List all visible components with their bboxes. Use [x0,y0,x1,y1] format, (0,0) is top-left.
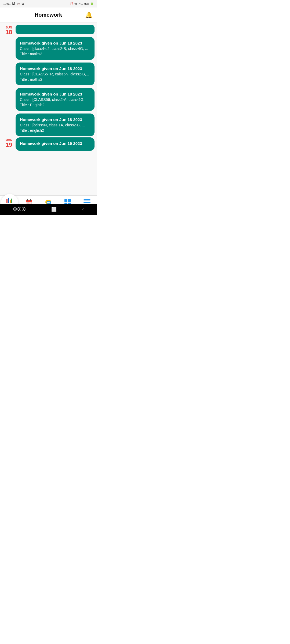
svg-rect-25 [84,202,90,203]
svg-rect-0 [6,199,8,203]
hw-date-3: Homework given on Jun 18 2023 [20,92,90,96]
svg-rect-11 [31,203,32,203]
image-icon: 🖼 [21,2,24,5]
hw-date-1: Homework given on Jun 18 2023 [20,41,90,45]
homework-card-5[interactable]: Homework given on Jun 19 2023 [16,137,95,151]
svg-rect-3 [11,199,12,203]
svg-rect-5 [26,200,32,202]
homework-card-partial-top[interactable] [16,25,95,34]
status-bar: 10:01 M 👓 🖼 ⏰ Vo) 4G 55% 🔋 [0,0,97,8]
bell-icon[interactable]: 🔔 [85,12,92,19]
header: Homework 🔔 [0,8,97,23]
gmail-icon: M [12,2,15,6]
hw-date-2: Homework given on Jun 18 2023 [20,66,90,71]
svg-rect-20 [64,199,67,202]
homework-card-4[interactable]: Homework given on Jun 18 2023 Class : [c… [16,114,95,136]
hw-date-5: Homework given on Jun 19 2023 [20,141,90,146]
time-display: 10:01 [3,2,11,5]
glasses-icon: 👓 [17,2,20,5]
hw-title-2: Title : maths2 [20,77,90,82]
system-nav-bar: ⦿⦿⦿ ⬜ ‹ [0,204,97,215]
homework-card-3[interactable]: Homework given on Jun 18 2023 Class : [C… [16,88,95,111]
svg-rect-10 [30,203,30,203]
cards-mon19: Homework given on Jun 19 2023 [16,137,95,151]
svg-rect-6 [27,199,28,201]
homework-card-1[interactable]: Homework given on Jun 18 2023 Class : [c… [16,37,95,60]
hw-title-4: Title : english2 [20,128,90,133]
svg-rect-8 [27,203,28,203]
back-button[interactable]: ‹ [82,207,84,212]
date-label-sun18: SUN 18 [2,25,16,35]
svg-rect-7 [30,199,31,201]
hw-date-4: Homework given on Jun 18 2023 [20,117,90,122]
home-button[interactable]: ⬜ [51,207,57,212]
date-label-mon19: MON 19 [2,137,16,148]
svg-point-19 [49,202,50,203]
svg-rect-24 [84,199,90,200]
battery-display: 55% [84,2,89,5]
battery-icon: 🔋 [90,2,93,5]
hw-title-1: Title : maths3 [20,52,90,56]
signal-text: Vo) 4G [74,2,83,5]
hw-class-1: Class : [class4-d2, class2-B, class-4G, … [20,46,90,51]
section-sun-18: SUN 18 Homework given on Jun 18 2023 Cla… [0,25,97,136]
homework-card-2[interactable]: Homework given on Jun 18 2023 Class : [C… [16,63,95,85]
hw-class-4: Class : [calss5N, class 1A, class2-B, ..… [20,123,90,127]
hw-class-2: Class : [CLASS5TR, calss5N, class2-B,... [20,72,90,76]
svg-rect-21 [68,199,71,202]
page-title: Homework [35,12,62,18]
svg-point-18 [48,202,49,203]
cards-sun18: Homework given on Jun 18 2023 Class : [c… [16,25,95,136]
study-icon [6,197,13,204]
day-num-18: 18 [2,29,16,35]
status-bar-right: ⏰ Vo) 4G 55% 🔋 [70,2,93,5]
svg-rect-9 [28,203,29,203]
section-mon-19: MON 19 Homework given on Jun 19 2023 [0,137,97,151]
hw-title-3: Title : English2 [20,103,90,107]
svg-rect-1 [8,198,9,203]
main-content: SUN 18 Homework given on Jun 18 2023 Cla… [0,23,97,195]
hw-class-3: Class : [CLASS56, class2-A, class-4G, ..… [20,97,90,102]
alarm-icon: ⏰ [70,2,73,5]
svg-rect-2 [10,200,11,203]
day-num-19: 19 [2,142,16,148]
svg-point-17 [47,202,48,203]
recent-apps-button[interactable]: ⦿⦿⦿ [13,207,26,212]
status-bar-left: 10:01 M 👓 🖼 [3,2,24,6]
